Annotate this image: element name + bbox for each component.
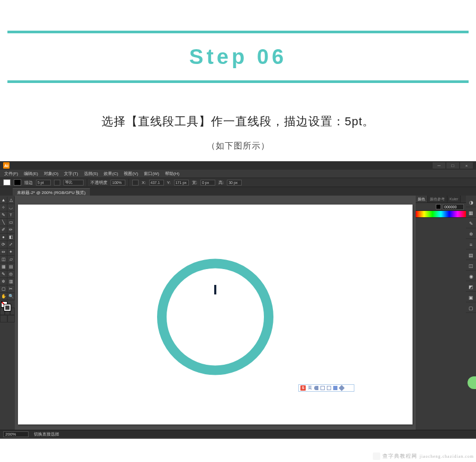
symbol-sprayer-tool-icon[interactable]: ✲ [0,278,7,285]
blob-brush-tool-icon[interactable]: ● [0,234,7,241]
dock-swatches-icon[interactable]: ▦ [466,208,476,218]
menu-effect[interactable]: 效果(C) [104,171,118,177]
y-label: Y: [167,180,171,185]
illustrator-logo-icon: Ai [3,162,10,169]
pencil-tool-icon[interactable]: ✏ [7,226,15,234]
direct-selection-tool-icon[interactable]: △ [7,197,15,204]
perspective-tool-icon[interactable]: ▱ [7,256,15,263]
h-field[interactable]: 30 px [227,180,242,186]
menubar: 文件(F) 编辑(E) 对象(O) 文字(T) 选择(S) 效果(C) 视图(V… [0,170,476,178]
scale-tool-icon[interactable]: ⤢ [7,241,15,248]
dock-appearance-icon[interactable]: ◉ [466,272,476,281]
dock-transparency-icon[interactable]: ◫ [466,261,476,271]
w-label: 宽: [192,180,197,186]
shape-builder-tool-icon[interactable]: ◫ [0,256,7,263]
header-rule-bottom [7,80,469,83]
selection-tool-icon[interactable]: ▲ [0,197,7,204]
panel-tab-colorguide[interactable]: 颜色参考 [428,196,447,202]
type-tool-icon[interactable]: T [7,211,15,219]
watermark-url: jiaocheng.chazidian.com [419,454,474,459]
hex-field[interactable]: 000000 [443,204,464,210]
dock-graphicstyles-icon[interactable]: ◩ [466,282,476,292]
menu-help[interactable]: 帮助(H) [165,171,179,177]
fill-swatch[interactable] [3,179,11,186]
stroke-swatch[interactable] [14,179,21,186]
zoom-level-field[interactable]: 200% [3,431,29,437]
illustrator-window: Ai ─ □ × 文件(F) 编辑(E) 对象(O) 文字(T) 选择(S) 效… [0,161,476,439]
graph-tool-icon[interactable]: ▥ [7,278,15,285]
hex-swatch[interactable] [436,204,441,209]
dock-gradient-icon[interactable]: ▤ [466,251,476,260]
rotate-tool-icon[interactable]: ⟳ [0,241,7,248]
artboard[interactable]: S 英 [18,205,413,424]
instruction-text: 选择【直线段工具】作一直线段，描边设置：5pt。 [0,114,476,130]
h-label: 高: [218,180,224,186]
blend-tool-icon[interactable]: ◎ [7,271,15,278]
right-dock: ◑ ▦ ✎ ✲ ≡ ▤ ◫ ◉ ◩ ▣ ▢ [466,196,476,430]
document-tabstrip: 未标题-2* @ 200% (RGB/GPU 预览) [0,187,476,196]
menu-select[interactable]: 选择(S) [84,171,98,177]
statusbar-hint: 切换直接选择 [34,431,59,437]
paintbrush-tool-icon[interactable]: ✐ [0,226,7,234]
menu-view[interactable]: 视图(V) [124,171,138,177]
header-rule-top [7,31,469,33]
mesh-tool-icon[interactable]: ▦ [0,263,7,271]
watermark: 查字典教程网 jiaocheng.chazidian.com [373,450,474,462]
x-field[interactable]: 437.1 [149,180,164,186]
statusbar: 200% 切换直接选择 [0,430,476,438]
document-tab[interactable]: 未标题-2* @ 200% (RGB/GPU 预览) [13,188,90,196]
transform-anchor-icon[interactable] [132,180,139,186]
fill-stroke-indicator[interactable] [0,300,15,314]
panel-color: 颜色 颜色参考 Kuler 000000 [416,196,466,430]
dock-stroke-icon[interactable]: ≡ [466,240,476,250]
free-transform-tool-icon[interactable]: ✦ [7,248,15,256]
stroke-profile-dropdown[interactable] [54,180,60,186]
artboard-tool-icon[interactable]: ▢ [0,285,7,293]
panel-tab-color[interactable]: 颜色 [416,196,428,202]
dock-artboards-icon[interactable]: ▢ [466,303,476,313]
panel-tab-kuler[interactable]: Kuler [447,196,461,202]
ime-moon-icon[interactable] [314,386,318,390]
brush-style-dropdown[interactable]: 等比 [63,180,84,186]
stroke-weight-field[interactable]: 5 pt [36,180,51,186]
dock-brushes-icon[interactable]: ✎ [466,219,476,228]
watermark-text: 查字典教程网 [382,452,417,460]
menu-type[interactable]: 文字(T) [64,171,78,177]
workspace: ▲ △ ✧ ◡ ✎ T ╲ ▭ ✐ ✏ ● ◧ ⟳ ⤢ ⇔ ✦ ◫ ▱ ▦ ▤ … [0,196,476,430]
eyedropper-tool-icon[interactable]: ✎ [0,271,7,278]
zoom-tool-icon[interactable]: 🔍 [7,293,15,300]
menu-window[interactable]: 窗口(W) [144,171,159,177]
slice-tool-icon[interactable]: ✂ [7,285,15,293]
ime-toolbar[interactable]: S 英 [298,384,354,392]
ime-skin-icon[interactable] [333,386,337,390]
y-field[interactable]: 171 px [174,180,189,186]
ime-softkeyboard-icon[interactable] [327,386,331,390]
ime-mode-label: 英 [308,385,312,391]
line-segment-tool-icon[interactable]: ╲ [0,219,7,226]
step-title: Step 06 [0,45,476,69]
width-tool-icon[interactable]: ⇔ [0,248,7,256]
dock-color-icon[interactable]: ◑ [466,198,476,207]
menu-edit[interactable]: 编辑(E) [24,171,38,177]
window-minimize-button[interactable]: ─ [433,162,445,169]
dock-layers-icon[interactable]: ▣ [466,293,476,302]
menu-object[interactable]: 对象(O) [44,171,59,177]
x-label: X: [142,180,146,185]
ime-settings-icon[interactable] [338,385,344,391]
gradient-tool-icon[interactable]: ▤ [7,263,15,271]
lasso-tool-icon[interactable]: ◡ [7,204,15,211]
eraser-tool-icon[interactable]: ◧ [7,234,15,241]
color-spectrum[interactable] [416,210,466,218]
magic-wand-tool-icon[interactable]: ✧ [0,204,7,211]
hand-tool-icon[interactable]: ✋ [0,293,7,300]
ime-punct-icon[interactable] [321,386,325,390]
pen-tool-icon[interactable]: ✎ [0,211,7,219]
dock-symbols-icon[interactable]: ✲ [466,229,476,239]
screen-mode-row[interactable] [0,315,15,322]
window-close-button[interactable]: × [460,162,473,169]
menu-file[interactable]: 文件(F) [4,171,18,177]
opacity-field[interactable]: 100% [111,180,125,186]
rectangle-tool-icon[interactable]: ▭ [7,219,15,226]
w-field[interactable]: 0 px [200,180,215,186]
window-maximize-button[interactable]: □ [446,162,459,169]
